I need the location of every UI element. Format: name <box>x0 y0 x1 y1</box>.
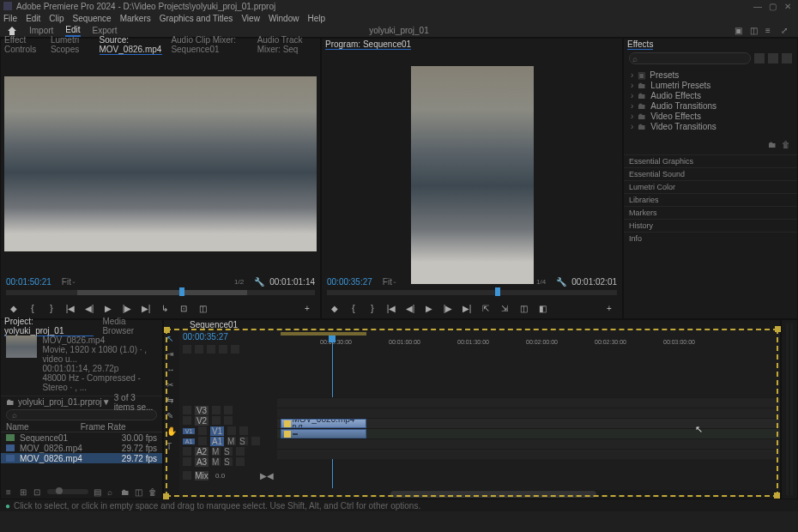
acc-info[interactable]: Info <box>624 232 797 245</box>
maximize-icon[interactable]: ⤢ <box>781 26 791 36</box>
razor-tool-icon[interactable]: ✂ <box>166 380 177 390</box>
mic-icon[interactable] <box>236 447 245 456</box>
acc-essential-sound[interactable]: Essential Sound <box>624 167 797 180</box>
play-icon[interactable]: ▶ <box>423 302 435 314</box>
export-frame-icon[interactable]: ◫ <box>517 302 529 314</box>
track-v3[interactable] <box>277 397 780 408</box>
preset-icon-2[interactable] <box>768 53 778 63</box>
filter-icon[interactable]: ▼ <box>102 397 111 407</box>
source-timecode-left[interactable]: 00:01:50:21 <box>6 277 51 287</box>
program-resolution[interactable]: 1/4 <box>536 278 546 286</box>
eye-icon[interactable] <box>212 406 221 414</box>
find-icon[interactable]: ⌕ <box>107 487 116 496</box>
export-frame-icon[interactable]: ◫ <box>196 302 209 314</box>
lock-icon[interactable] <box>183 447 191 456</box>
acc-essential-graphics[interactable]: Essential Graphics <box>624 154 797 167</box>
lock-icon[interactable] <box>183 416 191 425</box>
extract-icon[interactable]: ⇲ <box>499 302 511 314</box>
track-header-mix[interactable]: Mix0.0▶◀ <box>183 470 274 481</box>
col-framerate[interactable]: Frame Rate <box>81 422 126 432</box>
step-back-icon[interactable]: ◀| <box>83 302 95 314</box>
pen-tool-icon[interactable]: ✎ <box>166 411 177 421</box>
wrench-icon[interactable]: 🔧 <box>254 277 264 287</box>
minimize-button[interactable]: — <box>753 2 764 10</box>
track-header-a1[interactable]: A1A1MS <box>183 436 274 446</box>
freeform-view-icon[interactable]: ⊡ <box>33 487 42 496</box>
type-tool-icon[interactable]: T <box>166 442 177 452</box>
snap-icon[interactable] <box>183 345 191 354</box>
program-timecode-left[interactable]: 00:00:35:27 <box>327 277 372 287</box>
icon-view-icon[interactable]: ⊞ <box>20 487 28 496</box>
source-resolution[interactable]: 1/2 <box>234 278 244 286</box>
go-to-in-icon[interactable]: |◀ <box>385 302 397 314</box>
project-row-clip1[interactable]: MOV_0826.mp429.72 fps <box>1 443 162 453</box>
source-zoom-fit[interactable]: Fit <box>62 277 71 287</box>
program-zoom-fit[interactable]: Fit <box>383 277 392 287</box>
track-header-v2[interactable]: V2 <box>183 415 274 426</box>
list-view-icon[interactable]: ≡ <box>6 487 15 496</box>
tab-audio-clip-mixer[interactable]: Audio Clip Mixer: Sequence01 <box>171 35 248 54</box>
workspace-icon[interactable]: ◫ <box>750 26 760 36</box>
mic-icon[interactable] <box>236 457 245 466</box>
audio-clip[interactable] <box>281 429 366 438</box>
tab-project[interactable]: Project: yolyuki_proj_01 <box>4 317 94 336</box>
source-zoom-dropdown-icon[interactable]: ⌄ <box>71 278 76 285</box>
playhead-icon[interactable] <box>329 336 336 342</box>
tree-lumetri-presets[interactable]: ›🖿Lumetri Presets <box>631 80 790 90</box>
menu-graphics[interactable]: Graphics and Titles <box>160 14 233 23</box>
mark-in-icon[interactable]: { <box>348 302 360 314</box>
menu-sequence[interactable]: Sequence <box>73 14 112 23</box>
menu-file[interactable]: File <box>3 14 17 23</box>
step-back-icon[interactable]: ◀| <box>404 302 416 314</box>
track-v2[interactable] <box>277 408 780 418</box>
program-preview[interactable] <box>411 66 534 284</box>
menu-help[interactable]: Help <box>307 14 325 23</box>
effects-search-input[interactable] <box>629 52 751 64</box>
marker-toggle-icon[interactable] <box>207 345 215 354</box>
step-fwd-icon[interactable]: |▶ <box>442 302 454 314</box>
eye-icon[interactable] <box>227 426 236 435</box>
comparison-view-icon[interactable]: ◧ <box>536 302 548 314</box>
lock-icon[interactable] <box>198 426 207 435</box>
options-icon[interactable]: ≡ <box>765 26 776 36</box>
marker-icon[interactable]: ◆ <box>8 302 20 314</box>
play-icon[interactable]: ▶ <box>102 302 114 314</box>
acc-libraries[interactable]: Libraries <box>624 193 797 206</box>
lock-icon[interactable] <box>183 406 191 414</box>
button-editor-icon[interactable]: + <box>301 302 313 314</box>
tab-audio-track-mixer[interactable]: Audio Track Mixer: Seq <box>257 35 317 54</box>
preset-icon-3[interactable] <box>782 53 792 63</box>
overwrite-icon[interactable]: ⊡ <box>178 302 190 314</box>
menu-clip[interactable]: Clip <box>49 14 63 23</box>
program-scrubber[interactable] <box>322 290 622 300</box>
tab-program[interactable]: Program: Sequence01 <box>325 39 411 50</box>
lift-icon[interactable]: ⇱ <box>480 302 492 314</box>
home-icon[interactable] <box>7 26 17 36</box>
go-to-in-icon[interactable]: |◀ <box>64 302 76 314</box>
maximize-button[interactable]: ▢ <box>769 2 779 10</box>
acc-history[interactable]: History <box>624 219 797 232</box>
track-a3[interactable] <box>277 449 780 459</box>
project-row-sequence[interactable]: Sequence0130.00 fps <box>1 432 162 443</box>
close-button[interactable]: ✕ <box>784 2 795 10</box>
tab-sequence[interactable]: Sequence01 <box>190 320 238 329</box>
ripple-tool-icon[interactable]: ↔ <box>166 365 177 375</box>
track-v1[interactable]: MOV_0826.mp4 [V] <box>277 418 780 428</box>
tab-media-browser[interactable]: Media Browser <box>102 317 159 336</box>
acc-markers[interactable]: Markers <box>624 206 797 219</box>
step-fwd-icon[interactable]: |▶ <box>121 302 133 314</box>
wrench-icon[interactable]: 🔧 <box>556 277 566 287</box>
marker-icon[interactable]: ◆ <box>329 302 341 314</box>
tab-effect-controls[interactable]: Effect Controls <box>4 35 42 54</box>
wrench-icon[interactable] <box>231 345 239 354</box>
hand-tool-icon[interactable]: ✋ <box>166 426 177 437</box>
workspace-export[interactable]: Export <box>93 26 118 35</box>
workspace-import[interactable]: Import <box>29 26 53 35</box>
button-editor-icon[interactable]: + <box>603 302 615 314</box>
track-select-tool-icon[interactable]: ⇥ <box>166 349 177 360</box>
slip-tool-icon[interactable]: ⇆ <box>166 396 177 406</box>
selection-tool-icon[interactable]: ↖ <box>166 334 177 344</box>
trash-icon[interactable]: 🗑 <box>782 140 790 149</box>
source-preview[interactable] <box>4 76 317 251</box>
video-clip[interactable]: MOV_0826.mp4 [V] <box>281 419 366 428</box>
